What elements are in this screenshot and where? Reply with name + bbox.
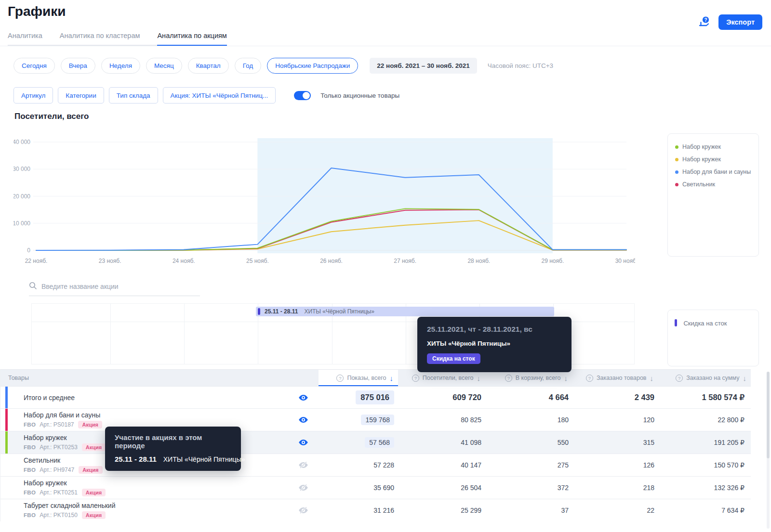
filter-period-3[interactable]: Месяц — [146, 58, 182, 74]
table-row-4[interactable]: Набор кружекFBOАрт.: PKT0251Акция35 6902… — [0, 476, 751, 499]
date-range-button[interactable]: 22 нояб. 2021 – 30 нояб. 2021 — [370, 58, 477, 74]
value-text: 26 504 — [461, 484, 481, 492]
timezone-label: Часовой пояс: UTC+3 — [488, 62, 553, 69]
promo-badge: Акция — [82, 489, 106, 496]
svg-text:?: ? — [705, 17, 707, 23]
eye-off-icon[interactable] — [288, 461, 319, 469]
dimension-buttons: АртикулКатегорииТип складаАкция: ХИТЫ «Ч… — [13, 87, 276, 104]
eye-icon[interactable] — [288, 439, 319, 446]
tab-analytics[interactable]: Аналитика — [8, 32, 42, 45]
value-cell-1: 41 098 — [398, 439, 485, 446]
promo-search — [29, 282, 200, 296]
legend-item-1[interactable]: Набор кружек — [675, 156, 758, 163]
legend-item-0[interactable]: Набор кружек — [675, 143, 758, 150]
filter-period-0[interactable]: Сегодня — [13, 58, 55, 74]
value-cell-1: 40 147 — [398, 461, 485, 469]
eye-off-icon[interactable] — [288, 484, 319, 492]
x-axis-tick: 24 нояб. — [173, 258, 195, 264]
promo-badge: Акция — [82, 443, 106, 451]
vertical-scrollbar[interactable] — [767, 372, 770, 529]
promo-badge: Акция — [78, 421, 102, 428]
column-header-1[interactable]: ?Показы, всего↓ — [319, 370, 398, 386]
scrollbar-thumb[interactable] — [767, 372, 770, 458]
question-circle-icon[interactable]: ? — [586, 375, 593, 382]
filter-period-1[interactable]: Вчера — [61, 58, 95, 74]
filter-period-5[interactable]: Год — [235, 58, 262, 74]
sort-arrow-icon[interactable]: ↓ — [650, 374, 654, 382]
value-text: 35 690 — [373, 484, 394, 492]
y-axis-tick: 20 000 — [13, 193, 30, 200]
value-cell-1: 26 504 — [398, 484, 485, 492]
column-header-4[interactable]: ?Заказано товаров↓ — [572, 370, 658, 386]
filter-promo-period[interactable]: Ноябрьские Распродажи — [267, 58, 358, 74]
legend-item-3[interactable]: Светильник — [675, 181, 758, 188]
promo-only-toggle[interactable] — [294, 91, 311, 100]
value-cell-0: 31 216 — [319, 506, 398, 514]
value-cell-2: 550 — [485, 439, 572, 446]
promo-search-input[interactable] — [41, 283, 200, 290]
column-header-label: Заказано товаров — [597, 375, 647, 381]
line-chart-canvas[interactable]: 010 00020 00030 00040 00022 нояб.23 нояб… — [13, 129, 635, 270]
column-header-5[interactable]: ?Заказано на сумму↓ — [658, 370, 751, 386]
eye-icon[interactable] — [288, 394, 319, 401]
sort-arrow-icon[interactable]: ↓ — [390, 374, 394, 382]
sort-arrow-icon[interactable]: ↓ — [564, 374, 568, 382]
x-axis-tick: 25 нояб. — [246, 258, 269, 264]
series-color-indicator — [5, 431, 8, 454]
column-header-visibility — [288, 370, 319, 386]
tab-analytics-promos[interactable]: Аналитика по акциям — [157, 32, 226, 46]
header-actions: ? Экспорт — [697, 14, 762, 30]
value-cell-0: 57 568 — [319, 437, 398, 448]
column-header-2[interactable]: ?Посетители, всего↓ — [398, 370, 485, 386]
value-text: 4 664 — [549, 393, 569, 402]
participation-tooltip-title: Участие в акциях в этом периоде — [115, 433, 231, 450]
table-row-5[interactable]: Табурет складной маленькийFBOАрт.: PKT01… — [0, 499, 751, 521]
value-cell-2: 4 664 — [485, 393, 572, 402]
product-name: Табурет складной маленький — [24, 502, 288, 509]
value-text: 609 720 — [452, 393, 481, 402]
filter-period-4[interactable]: Квартал — [188, 58, 229, 74]
value-cell-2: 275 — [485, 461, 572, 469]
filter-period-2[interactable]: Неделя — [101, 58, 140, 74]
question-circle-icon[interactable]: ? — [505, 375, 512, 382]
value-cell-0: 35 690 — [319, 484, 398, 492]
promo-tooltip-dates: 25.11.2021, чт - 28.11.2021, вс — [427, 325, 562, 334]
series-color-indicator — [5, 409, 8, 431]
column-header-label: Посетители, всего — [423, 375, 474, 381]
value-text: 7 634 ₽ — [721, 506, 744, 514]
dimension-filter-2[interactable]: Тип склада — [109, 87, 158, 104]
value-cell-3: 22 — [572, 506, 658, 514]
sort-arrow-icon[interactable]: ↓ — [477, 374, 481, 382]
x-axis-tick: 22 нояб. — [25, 258, 48, 264]
question-circle-icon[interactable]: ? — [676, 375, 683, 382]
eye-off-icon[interactable] — [288, 506, 319, 514]
dimension-filter-1[interactable]: Категории — [58, 87, 104, 104]
table-row-0[interactable]: Итого и среднее875 016609 7204 6642 4391… — [0, 386, 751, 408]
value-text: 41 098 — [461, 439, 481, 446]
tab-analytics-clusters[interactable]: Аналитика по кластерам — [60, 32, 140, 45]
help-question-icon[interactable]: ? — [697, 15, 711, 29]
dimension-filter-3[interactable]: Акция: ХИТЫ «Чёрной Пятниц... — [163, 87, 276, 104]
x-axis-tick: 23 нояб. — [99, 258, 121, 264]
chart-legend: Набор кружекНабор кружекНабор для бани и… — [667, 133, 759, 257]
column-header-3[interactable]: ?В корзину, всего↓ — [485, 370, 572, 386]
sort-arrow-icon[interactable]: ↓ — [743, 374, 747, 382]
eye-icon[interactable] — [288, 416, 319, 423]
promo-highlight-band — [257, 138, 553, 253]
value-cell-1: 25 299 — [398, 506, 485, 514]
export-button[interactable]: Экспорт — [718, 14, 762, 30]
promo-timeline-bar[interactable]: 25.11 - 28.11 ХИТЫ «Чёрной Пятницы» — [256, 307, 554, 316]
question-circle-icon[interactable]: ? — [412, 375, 419, 382]
dimension-filter-0[interactable]: Артикул — [13, 87, 53, 104]
value-text: 180 — [558, 416, 569, 424]
value-text: 1 580 574 ₽ — [702, 393, 745, 402]
value-cell-4: 191 205 ₽ — [658, 439, 751, 446]
question-circle-icon[interactable]: ? — [336, 375, 344, 382]
product-subline: FBOАрт.: PKT0251Акция — [24, 489, 288, 496]
legend-label: Набор кружек — [682, 156, 721, 163]
legend-item-2[interactable]: Набор для бани и сауны — [675, 169, 758, 175]
dimension-filters-row: АртикулКатегорииТип складаАкция: ХИТЫ «Ч… — [13, 87, 399, 104]
value-text: 218 — [643, 484, 654, 492]
value-cell-3: 120 — [572, 416, 658, 424]
value-text: 22 — [647, 506, 654, 514]
